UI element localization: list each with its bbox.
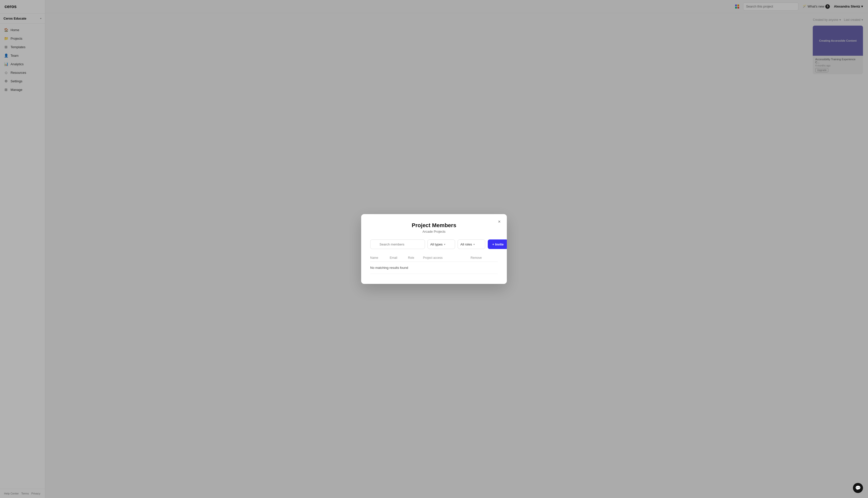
modal-close-button[interactable]: × [496, 218, 503, 225]
chat-bubble-button[interactable]: 💬 [853, 483, 863, 493]
col-remove: Remove [471, 254, 498, 262]
type-filter-label: All types [430, 243, 442, 246]
project-members-modal: × Project Members Arcade Projects 🔍 All … [361, 214, 507, 284]
col-email: Email [390, 254, 408, 262]
table-empty-row: No matching results found [370, 262, 498, 274]
search-wrap: 🔍 [370, 239, 425, 249]
modal-overlay[interactable]: × Project Members Arcade Projects 🔍 All … [0, 0, 868, 498]
role-filter-chevron-icon: ▾ [474, 243, 475, 246]
modal-toolbar: 🔍 All types ▾ All roles ▾ + Invite [370, 239, 498, 249]
type-filter-dropdown[interactable]: All types ▾ [427, 239, 455, 249]
chat-icon: 💬 [855, 485, 861, 491]
modal-subtitle: Arcade Projects [370, 230, 498, 233]
member-search-input[interactable] [370, 239, 425, 249]
col-name: Name [370, 254, 390, 262]
role-filter-label: All roles [461, 243, 472, 246]
members-table: Name Email Role Project access Remove No… [370, 254, 498, 274]
col-project-access: Project access [423, 254, 470, 262]
no-results-message: No matching results found [370, 262, 498, 274]
role-filter-dropdown[interactable]: All roles ▾ [458, 239, 485, 249]
type-filter-chevron-icon: ▾ [444, 243, 445, 246]
col-role: Role [408, 254, 423, 262]
invite-button[interactable]: + Invite [488, 239, 507, 249]
modal-title: Project Members [370, 222, 498, 229]
